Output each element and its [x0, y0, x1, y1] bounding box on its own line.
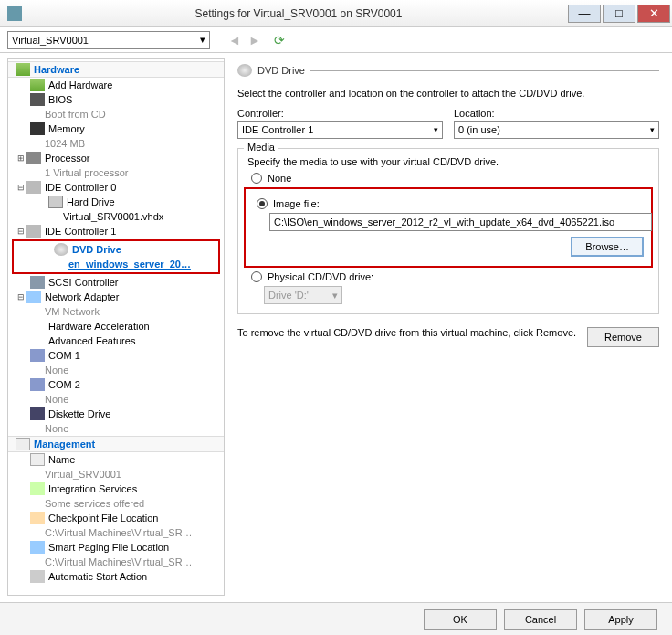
radio-checked-icon — [257, 198, 268, 209]
location-select[interactable]: 0 (in use)▾ — [454, 121, 659, 139]
tree-harddrive[interactable]: Hard Drive — [8, 195, 224, 209]
minimize-button[interactable]: — — [568, 5, 601, 23]
image-path-input[interactable]: C:\ISO\en_windows_server_2012_r2_vl_with… — [269, 213, 652, 231]
titlebar: Settings for Virtual_SRV0001 on SRV0001 … — [0, 0, 672, 27]
radio-image[interactable]: Image file: — [257, 198, 644, 209]
radio-physical[interactable]: Physical CD/DVD drive: — [251, 271, 649, 282]
chevron-down-icon: ▾ — [650, 125, 655, 134]
close-button[interactable]: ✕ — [637, 5, 670, 23]
tree-scsi[interactable]: SCSI Controller — [8, 275, 224, 290]
tree-dvd-sub: en_windows_server_20… — [14, 257, 218, 271]
expand-icon[interactable]: ⊞ — [16, 153, 26, 163]
tree-diskette-sub: None — [8, 421, 224, 436]
tree-network-sub: VM Network — [8, 304, 224, 319]
tree-com2-sub: None — [8, 392, 224, 407]
tree-paging[interactable]: Smart Paging File Location — [8, 540, 224, 555]
tree-memory-sub: 1024 MB — [8, 136, 224, 151]
collapse-icon[interactable]: ⊟ — [16, 227, 26, 236]
ok-button[interactable]: OK — [424, 609, 497, 630]
window-title: Settings for Virtual_SRV0001 on SRV0001 — [29, 7, 568, 20]
tree-checkpoint-sub: C:\Virtual Machines\Virtual_SR… — [8, 525, 224, 540]
physical-drive-select: Drive 'D:'▾ — [264, 286, 342, 304]
remove-button[interactable]: Remove — [587, 327, 659, 347]
chevron-down-icon: ▾ — [434, 125, 438, 134]
tree-diskette[interactable]: Diskette Drive — [8, 407, 224, 421]
radio-icon — [251, 271, 262, 282]
location-label: Location: — [454, 108, 659, 119]
tree-hw-accel[interactable]: Hardware Acceleration — [8, 319, 224, 333]
controller-label: Controller: — [237, 108, 443, 119]
tree-integration-sub: Some services offered — [8, 496, 224, 511]
tree-network[interactable]: ⊟Network Adapter — [8, 290, 224, 304]
app-icon — [7, 6, 22, 21]
remove-instruction: To remove the virtual CD/DVD drive from … — [237, 327, 576, 338]
media-group: Media Specify the media to use with your… — [237, 148, 659, 314]
controller-select[interactable]: IDE Controller 1▾ — [237, 121, 443, 139]
maximize-button[interactable]: □ — [603, 5, 635, 23]
tree-ide0[interactable]: ⊟IDE Controller 0 — [8, 180, 224, 195]
tree-dvd-drive[interactable]: DVD Drive — [14, 242, 218, 257]
tree-ide1[interactable]: ⊟IDE Controller 1 — [8, 224, 224, 238]
nav-forward-icon[interactable]: ► — [248, 33, 261, 46]
tree-name[interactable]: Name — [8, 452, 224, 467]
detail-heading: DVD Drive — [257, 65, 305, 76]
section-hardware: Hardware — [8, 61, 224, 78]
vm-selector-value: Virtual_SRV0001 — [12, 35, 89, 46]
tree-harddrive-sub: Virtual_SRV0001.vhdx — [8, 209, 224, 224]
settings-tree[interactable]: Hardware Add Hardware BIOS Boot from CD … — [7, 58, 225, 596]
tree-checkpoint[interactable]: Checkpoint File Location — [8, 511, 224, 525]
tree-com1-sub: None — [8, 363, 224, 377]
tree-selected-highlight: DVD Drive en_windows_server_20… — [12, 239, 220, 274]
dvd-icon — [237, 64, 252, 77]
chevron-down-icon: ▾ — [200, 34, 205, 46]
tree-add-hardware[interactable]: Add Hardware — [8, 78, 224, 92]
tree-memory[interactable]: Memory — [8, 122, 224, 136]
tree-com1[interactable]: COM 1 — [8, 348, 224, 363]
cancel-button[interactable]: Cancel — [504, 609, 577, 630]
tree-integration[interactable]: Integration Services — [8, 482, 224, 496]
nav-back-icon[interactable]: ◄ — [228, 33, 241, 46]
dialog-footer: OK Cancel Apply — [0, 602, 672, 635]
browse-button[interactable]: Browse… — [571, 237, 644, 257]
refresh-icon[interactable]: ⟳ — [274, 33, 285, 48]
tree-paging-sub: C:\Virtual Machines\Virtual_SR… — [8, 555, 224, 569]
section-management: Management — [8, 436, 224, 452]
radio-none[interactable]: None — [251, 173, 649, 184]
tree-adv-feat[interactable]: Advanced Features — [8, 333, 224, 348]
vm-selector[interactable]: Virtual_SRV0001 ▾ — [7, 31, 210, 49]
tree-com2[interactable]: COM 2 — [8, 377, 224, 392]
detail-instruction: Select the controller and location on th… — [237, 88, 659, 99]
tree-autostart[interactable]: Automatic Start Action — [8, 569, 224, 584]
apply-button[interactable]: Apply — [584, 609, 657, 630]
tree-bios-sub: Boot from CD — [8, 107, 224, 122]
tree-processor[interactable]: ⊞Processor — [8, 151, 224, 165]
collapse-icon[interactable]: ⊟ — [16, 292, 26, 302]
tree-processor-sub: 1 Virtual processor — [8, 165, 224, 180]
radio-icon — [251, 173, 262, 184]
media-legend: Media — [244, 142, 278, 153]
tree-bios[interactable]: BIOS — [8, 92, 224, 107]
collapse-icon[interactable]: ⊟ — [16, 183, 26, 192]
tree-name-sub: Virtual_SRV0001 — [8, 467, 224, 482]
toolbar: Virtual_SRV0001 ▾ ◄ ► ⟳ — [0, 27, 672, 53]
image-file-highlight: Image file: C:\ISO\en_windows_server_201… — [244, 187, 653, 268]
media-description: Specify the media to use with your virtu… — [247, 156, 649, 167]
detail-panel: DVD Drive Select the controller and loca… — [225, 53, 672, 601]
